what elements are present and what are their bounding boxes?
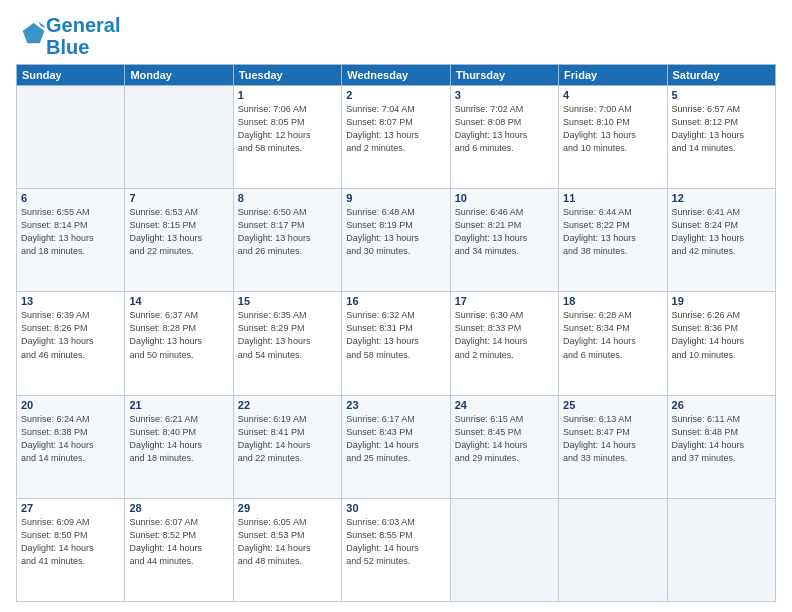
- day-number: 1: [238, 89, 337, 101]
- week-row-2: 13Sunrise: 6:39 AM Sunset: 8:26 PM Dayli…: [17, 292, 776, 395]
- day-number: 2: [346, 89, 445, 101]
- day-number: 17: [455, 295, 554, 307]
- day-info: Sunrise: 6:19 AM Sunset: 8:41 PM Dayligh…: [238, 413, 337, 465]
- calendar-cell: 13Sunrise: 6:39 AM Sunset: 8:26 PM Dayli…: [17, 292, 125, 395]
- day-number: 18: [563, 295, 662, 307]
- calendar-cell: 26Sunrise: 6:11 AM Sunset: 8:48 PM Dayli…: [667, 395, 775, 498]
- calendar-cell: 11Sunrise: 6:44 AM Sunset: 8:22 PM Dayli…: [559, 189, 667, 292]
- logo-text: GeneralBlue: [46, 14, 120, 58]
- calendar-cell: 3Sunrise: 7:02 AM Sunset: 8:08 PM Daylig…: [450, 86, 558, 189]
- calendar-cell: 1Sunrise: 7:06 AM Sunset: 8:05 PM Daylig…: [233, 86, 341, 189]
- day-number: 12: [672, 192, 771, 204]
- day-number: 10: [455, 192, 554, 204]
- day-info: Sunrise: 6:44 AM Sunset: 8:22 PM Dayligh…: [563, 206, 662, 258]
- day-info: Sunrise: 6:09 AM Sunset: 8:50 PM Dayligh…: [21, 516, 120, 568]
- day-number: 30: [346, 502, 445, 514]
- calendar-cell: 18Sunrise: 6:28 AM Sunset: 8:34 PM Dayli…: [559, 292, 667, 395]
- day-number: 26: [672, 399, 771, 411]
- day-info: Sunrise: 6:26 AM Sunset: 8:36 PM Dayligh…: [672, 309, 771, 361]
- day-info: Sunrise: 7:06 AM Sunset: 8:05 PM Dayligh…: [238, 103, 337, 155]
- calendar-cell: 21Sunrise: 6:21 AM Sunset: 8:40 PM Dayli…: [125, 395, 233, 498]
- calendar-cell: [559, 498, 667, 601]
- calendar-cell: 2Sunrise: 7:04 AM Sunset: 8:07 PM Daylig…: [342, 86, 450, 189]
- calendar-cell: 27Sunrise: 6:09 AM Sunset: 8:50 PM Dayli…: [17, 498, 125, 601]
- logo: GeneralBlue: [16, 14, 120, 58]
- day-number: 23: [346, 399, 445, 411]
- week-row-1: 6Sunrise: 6:55 AM Sunset: 8:14 PM Daylig…: [17, 189, 776, 292]
- calendar-cell: 22Sunrise: 6:19 AM Sunset: 8:41 PM Dayli…: [233, 395, 341, 498]
- calendar-cell: 20Sunrise: 6:24 AM Sunset: 8:38 PM Dayli…: [17, 395, 125, 498]
- svg-marker-0: [23, 23, 45, 43]
- day-number: 22: [238, 399, 337, 411]
- calendar-cell: [125, 86, 233, 189]
- day-info: Sunrise: 6:37 AM Sunset: 8:28 PM Dayligh…: [129, 309, 228, 361]
- day-info: Sunrise: 6:50 AM Sunset: 8:17 PM Dayligh…: [238, 206, 337, 258]
- day-info: Sunrise: 7:02 AM Sunset: 8:08 PM Dayligh…: [455, 103, 554, 155]
- svg-marker-1: [38, 22, 46, 28]
- header: GeneralBlue: [16, 10, 776, 58]
- calendar-cell: 19Sunrise: 6:26 AM Sunset: 8:36 PM Dayli…: [667, 292, 775, 395]
- day-number: 15: [238, 295, 337, 307]
- weekday-header-saturday: Saturday: [667, 65, 775, 86]
- calendar-cell: 4Sunrise: 7:00 AM Sunset: 8:10 PM Daylig…: [559, 86, 667, 189]
- day-number: 11: [563, 192, 662, 204]
- day-info: Sunrise: 6:39 AM Sunset: 8:26 PM Dayligh…: [21, 309, 120, 361]
- calendar-cell: 28Sunrise: 6:07 AM Sunset: 8:52 PM Dayli…: [125, 498, 233, 601]
- day-number: 5: [672, 89, 771, 101]
- day-info: Sunrise: 6:48 AM Sunset: 8:19 PM Dayligh…: [346, 206, 445, 258]
- week-row-3: 20Sunrise: 6:24 AM Sunset: 8:38 PM Dayli…: [17, 395, 776, 498]
- calendar-cell: 30Sunrise: 6:03 AM Sunset: 8:55 PM Dayli…: [342, 498, 450, 601]
- weekday-header-row: SundayMondayTuesdayWednesdayThursdayFrid…: [17, 65, 776, 86]
- day-info: Sunrise: 6:28 AM Sunset: 8:34 PM Dayligh…: [563, 309, 662, 361]
- calendar-cell: 24Sunrise: 6:15 AM Sunset: 8:45 PM Dayli…: [450, 395, 558, 498]
- calendar-cell: [450, 498, 558, 601]
- calendar-cell: 14Sunrise: 6:37 AM Sunset: 8:28 PM Dayli…: [125, 292, 233, 395]
- day-number: 9: [346, 192, 445, 204]
- calendar-cell: 23Sunrise: 6:17 AM Sunset: 8:43 PM Dayli…: [342, 395, 450, 498]
- day-info: Sunrise: 6:13 AM Sunset: 8:47 PM Dayligh…: [563, 413, 662, 465]
- day-number: 20: [21, 399, 120, 411]
- calendar-cell: [667, 498, 775, 601]
- weekday-header-friday: Friday: [559, 65, 667, 86]
- weekday-header-wednesday: Wednesday: [342, 65, 450, 86]
- day-number: 24: [455, 399, 554, 411]
- weekday-header-sunday: Sunday: [17, 65, 125, 86]
- calendar-cell: [17, 86, 125, 189]
- day-info: Sunrise: 6:53 AM Sunset: 8:15 PM Dayligh…: [129, 206, 228, 258]
- day-number: 28: [129, 502, 228, 514]
- day-number: 25: [563, 399, 662, 411]
- day-number: 8: [238, 192, 337, 204]
- calendar-cell: 9Sunrise: 6:48 AM Sunset: 8:19 PM Daylig…: [342, 189, 450, 292]
- week-row-4: 27Sunrise: 6:09 AM Sunset: 8:50 PM Dayli…: [17, 498, 776, 601]
- day-info: Sunrise: 6:15 AM Sunset: 8:45 PM Dayligh…: [455, 413, 554, 465]
- day-number: 3: [455, 89, 554, 101]
- day-number: 13: [21, 295, 120, 307]
- day-info: Sunrise: 6:32 AM Sunset: 8:31 PM Dayligh…: [346, 309, 445, 361]
- day-info: Sunrise: 6:41 AM Sunset: 8:24 PM Dayligh…: [672, 206, 771, 258]
- day-number: 29: [238, 502, 337, 514]
- week-row-0: 1Sunrise: 7:06 AM Sunset: 8:05 PM Daylig…: [17, 86, 776, 189]
- day-info: Sunrise: 6:55 AM Sunset: 8:14 PM Dayligh…: [21, 206, 120, 258]
- calendar-cell: 12Sunrise: 6:41 AM Sunset: 8:24 PM Dayli…: [667, 189, 775, 292]
- day-info: Sunrise: 6:57 AM Sunset: 8:12 PM Dayligh…: [672, 103, 771, 155]
- day-info: Sunrise: 7:04 AM Sunset: 8:07 PM Dayligh…: [346, 103, 445, 155]
- calendar-table: SundayMondayTuesdayWednesdayThursdayFrid…: [16, 64, 776, 602]
- day-info: Sunrise: 6:05 AM Sunset: 8:53 PM Dayligh…: [238, 516, 337, 568]
- calendar-cell: 16Sunrise: 6:32 AM Sunset: 8:31 PM Dayli…: [342, 292, 450, 395]
- day-number: 14: [129, 295, 228, 307]
- day-number: 6: [21, 192, 120, 204]
- day-info: Sunrise: 6:07 AM Sunset: 8:52 PM Dayligh…: [129, 516, 228, 568]
- logo-icon: [18, 20, 46, 48]
- calendar-cell: 10Sunrise: 6:46 AM Sunset: 8:21 PM Dayli…: [450, 189, 558, 292]
- calendar-cell: 6Sunrise: 6:55 AM Sunset: 8:14 PM Daylig…: [17, 189, 125, 292]
- day-info: Sunrise: 6:11 AM Sunset: 8:48 PM Dayligh…: [672, 413, 771, 465]
- day-number: 16: [346, 295, 445, 307]
- day-info: Sunrise: 6:24 AM Sunset: 8:38 PM Dayligh…: [21, 413, 120, 465]
- page: GeneralBlue SundayMondayTuesdayWednesday…: [0, 0, 792, 612]
- weekday-header-thursday: Thursday: [450, 65, 558, 86]
- calendar-cell: 17Sunrise: 6:30 AM Sunset: 8:33 PM Dayli…: [450, 292, 558, 395]
- calendar-cell: 7Sunrise: 6:53 AM Sunset: 8:15 PM Daylig…: [125, 189, 233, 292]
- calendar-cell: 5Sunrise: 6:57 AM Sunset: 8:12 PM Daylig…: [667, 86, 775, 189]
- day-info: Sunrise: 6:35 AM Sunset: 8:29 PM Dayligh…: [238, 309, 337, 361]
- weekday-header-monday: Monday: [125, 65, 233, 86]
